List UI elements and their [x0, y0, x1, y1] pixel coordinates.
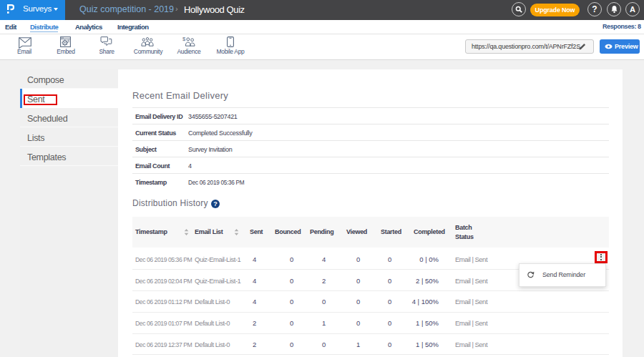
svg-text:$: $ — [182, 36, 186, 42]
